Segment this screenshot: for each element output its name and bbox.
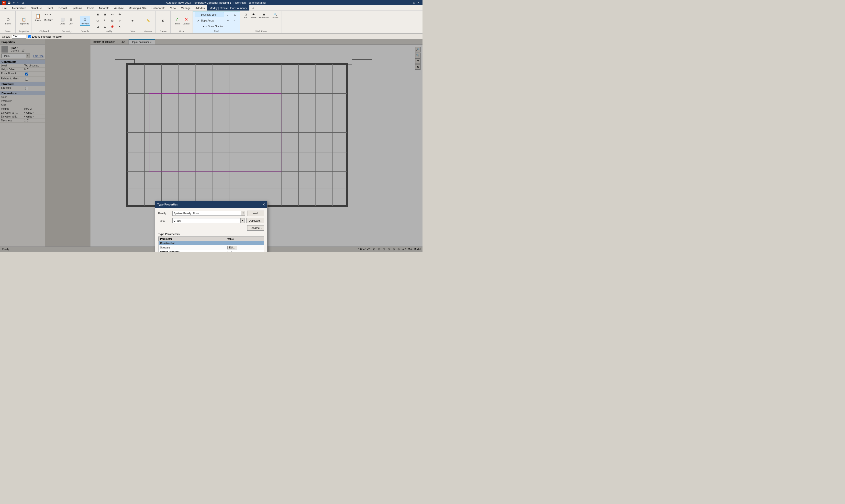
rect-tool-btn[interactable]: □ [232, 12, 239, 17]
offset-bar: Offset: Extend into wall (to core) [0, 34, 422, 39]
line-tool-icon: / [226, 13, 230, 17]
rename-row: Rename... [158, 225, 264, 231]
maximize-btn[interactable]: □ [412, 1, 416, 5]
scale-btn[interactable]: ⤢ [116, 18, 123, 23]
properties-icon: 📋 [21, 17, 27, 22]
structure-edit-btn[interactable]: Edit... [227, 246, 237, 249]
menu-modify-create-floor[interactable]: Modify | Create Floor Boundary [207, 5, 249, 11]
type-select[interactable]: Grass [172, 218, 241, 223]
offset-btn[interactable]: ⊞ [102, 12, 108, 17]
ribbon-group-view: 👁 View [126, 11, 140, 33]
minimize-btn[interactable]: — [408, 1, 412, 5]
properties-btn[interactable]: 📋 Properties [18, 16, 30, 26]
trim-btn[interactable]: ⊡ [109, 18, 116, 23]
menu-steel[interactable]: Steel [44, 5, 55, 11]
close-btn[interactable]: ✕ [417, 1, 420, 5]
align-icon: ⊟ [96, 13, 100, 17]
pin-btn[interactable]: 📌 [109, 24, 116, 30]
ribbon-group-create: ⊡ Create [156, 11, 171, 33]
offset-icon: ⊞ [103, 13, 107, 17]
quick-access-toolbar[interactable]: R 💾 ↩ ↪ ⊡ [2, 1, 24, 5]
ribbon-group-clipboard: 📋 Paste ✂ Cut ⧉ Copy Cli [32, 11, 56, 33]
ref-plane-btn[interactable]: ⊟ Ref Plane [258, 12, 271, 20]
cope-btn[interactable]: ⬜ Cope [58, 16, 67, 26]
offset-input[interactable] [12, 35, 27, 39]
create-similar-btn[interactable]: ⊡ [160, 18, 167, 23]
move-btn[interactable]: ✛ [116, 12, 123, 17]
circle-tool-btn[interactable]: ○ [224, 18, 231, 23]
array-icon: ⊞ [103, 25, 107, 29]
arc-tool-btn[interactable]: ◠ [232, 18, 239, 23]
menu-systems[interactable]: Systems [69, 5, 84, 11]
menu-file[interactable]: File [0, 5, 9, 11]
dialog-body: Family: System Family: Floor ▼ Load... T… [155, 208, 267, 252]
finish-edit-btn[interactable]: ✓ Finish [173, 16, 181, 26]
type-label: Type: [158, 219, 170, 222]
qa-save[interactable]: 💾 [7, 1, 11, 4]
show-hidden-btn[interactable]: 👁 [130, 18, 136, 23]
paste-btn[interactable]: 📋 Paste [34, 13, 42, 22]
menu-massing[interactable]: Massing & Site [126, 5, 149, 11]
cut-icon: ✂ [44, 13, 48, 16]
load-btn[interactable]: Load... [247, 211, 264, 216]
cut-btn[interactable]: ✂ Cut [42, 12, 54, 17]
qa-redo[interactable]: ↪ [17, 1, 20, 4]
type-params-table: Parameter Value Construction St [158, 237, 264, 252]
set-workplane-btn[interactable]: ⊡ Set [242, 12, 249, 20]
copy2-btn[interactable]: ⧉ [94, 18, 101, 23]
line-tool-btn[interactable]: / [224, 12, 231, 17]
show-hidden-icon: 👁 [131, 19, 135, 23]
qa-undo[interactable]: ↩ [12, 1, 16, 4]
title-bar: R 💾 ↩ ↪ ⊡ Autodesk Revit 2023 - Temporar… [0, 0, 422, 5]
cancel-edit-btn[interactable]: ✕ Cancel [182, 16, 191, 26]
mirror-btn[interactable]: ⇔ [109, 12, 116, 17]
show-workplane-btn[interactable]: 👁 Show [249, 12, 258, 20]
split-btn[interactable]: ⊟ [94, 24, 101, 30]
ribbon-group-geometry: ⬜ Cope ⊞ Join Geometry [57, 11, 77, 33]
menu-addins[interactable]: Add-Ins [193, 5, 207, 11]
slope-arrow-icon: ↗ [196, 19, 200, 22]
array-btn[interactable]: ⊞ [102, 24, 108, 30]
family-select[interactable]: System Family: Floor [172, 211, 241, 216]
join-btn[interactable]: ⊞ Join [67, 16, 75, 26]
menu-analyze[interactable]: Analyze [112, 5, 126, 11]
delete-btn[interactable]: ✕ [116, 24, 123, 30]
slope-arrow-btn[interactable]: ↗ Slope Arrow [195, 18, 224, 23]
boundary-line-btn[interactable]: — Boundary Line [195, 12, 224, 17]
duplicate-btn[interactable]: Duplicate... [246, 218, 264, 223]
menu-insert[interactable]: Insert [85, 5, 96, 11]
rect-tool-icon: □ [233, 13, 237, 17]
menu-manage[interactable]: Manage [178, 5, 193, 11]
copy-btn[interactable]: ⧉ Copy [42, 17, 54, 23]
menu-annotate[interactable]: Annotate [96, 5, 112, 11]
move-icon: ✛ [118, 13, 122, 17]
menu-collaborate[interactable]: Collaborate [149, 5, 168, 11]
select-icon: ⬡ [5, 17, 11, 22]
span-direction-btn[interactable]: ⟺ Span Direction [202, 24, 231, 29]
measure-btn[interactable]: 📏 [145, 18, 152, 23]
menu-structure[interactable]: Structure [28, 5, 44, 11]
window-controls[interactable]: — □ ✕ [408, 1, 420, 5]
menu-extra[interactable]: ⊡ [249, 5, 257, 11]
scale-icon: ⤢ [118, 19, 122, 23]
dialog-overlay: Type Properties ✕ Family: System Family:… [0, 39, 422, 252]
rotate-btn[interactable]: ↻ [102, 18, 108, 23]
activate-btn[interactable]: ⊡ Activate [80, 16, 90, 26]
dialog-close-btn[interactable]: ✕ [262, 202, 265, 206]
type-select-arrow[interactable]: ▼ [241, 218, 244, 223]
family-select-arrow[interactable]: ▼ [241, 211, 245, 216]
pin-icon: 📌 [110, 25, 114, 29]
viewer-btn[interactable]: 🔍 Viewer [271, 12, 280, 20]
copy-icon: ⧉ [44, 18, 48, 22]
extend-wall-checkbox[interactable] [28, 35, 31, 38]
menu-architecture[interactable]: Architecture [9, 5, 29, 11]
align-btn[interactable]: ⊟ [94, 12, 101, 17]
ribbon-group-measure: 📏 Measure [141, 11, 155, 33]
menu-view[interactable]: View [168, 5, 178, 11]
type-params-title: Type Parameters [158, 233, 264, 235]
qa-sync[interactable]: ⊡ [21, 1, 24, 4]
select-btn[interactable]: ⬡ Select [4, 16, 13, 26]
window-title: Autodesk Revit 2023 - Temporary Containe… [24, 1, 408, 4]
rename-btn[interactable]: Rename... [247, 225, 264, 231]
menu-precast[interactable]: Precast [55, 5, 69, 11]
